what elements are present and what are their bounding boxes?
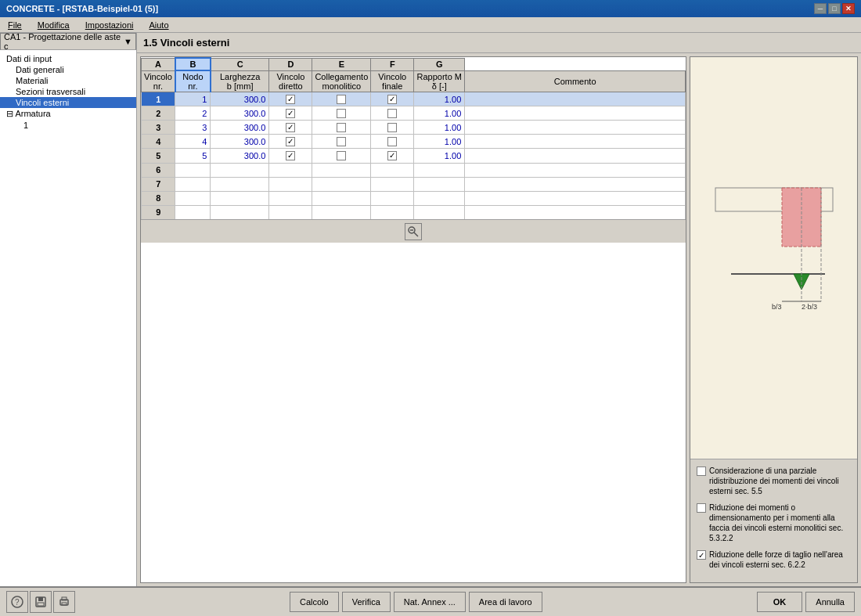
verifica-button[interactable]: Verifica [342, 592, 391, 612]
menu-aiuto[interactable]: Aiuto [144, 20, 173, 31]
content-header: 1.5 Vincoli esterni [137, 33, 861, 53]
table-cell-collegamento[interactable] [312, 106, 371, 121]
options-area: Considerazione di una parziale ridistrib… [690, 459, 857, 582]
table-cell-vincolo-fin[interactable] [371, 135, 414, 149]
print-button[interactable] [53, 591, 75, 613]
table-cell-collegamento[interactable] [312, 135, 371, 149]
sidebar: CA1 - Progettazione delle aste c ▼ Dati … [0, 33, 137, 586]
table-cell-nodo[interactable]: 5 [175, 149, 211, 163]
table-cell-vincolo-dir[interactable] [269, 92, 312, 106]
table-cell-vincolo-dir[interactable] [269, 121, 312, 135]
ok-button[interactable]: OK [757, 592, 803, 612]
col-header-A: A [142, 58, 175, 70]
option3-checkbox[interactable] [697, 550, 706, 560]
col-vincolo-diretto: Vincolodiretto [269, 70, 312, 92]
sidebar-item-sezioni[interactable]: Sezioni trasversali [0, 86, 136, 97]
table-cell-commento[interactable] [465, 106, 686, 121]
title-bar: CONCRETE - [RSTAB-Beispiel-01 (5)] ─ □ ✕ [0, 0, 861, 17]
table-row[interactable]: 1 [142, 92, 175, 106]
option1-label: Considerazione di una parziale ridistrib… [709, 466, 851, 496]
table-cell-commento[interactable] [465, 92, 686, 106]
support-diagram: b/3 2·b/3 [700, 172, 848, 344]
table-cell-larghezza[interactable]: 300.0 [211, 106, 269, 121]
menu-file[interactable]: File [3, 20, 27, 31]
table-cell-vincolo-fin[interactable] [371, 92, 414, 106]
table-cell-rapporto[interactable]: 1.00 [414, 121, 465, 135]
option-row-1: Considerazione di una parziale ridistrib… [697, 466, 851, 496]
menu-impostazioni[interactable]: Impostazioni [81, 20, 139, 31]
tree-group-armatura-label: Armatura [15, 109, 50, 118]
table-cell-rapporto[interactable]: 1.00 [414, 106, 465, 121]
sidebar-item-label: Dati generali [16, 65, 64, 74]
table-cell-vincolo-dir[interactable] [269, 106, 312, 121]
sidebar-item-armatura-1[interactable]: 1 [0, 120, 136, 131]
table-cell-commento[interactable] [465, 121, 686, 135]
project-dropdown-label: CA1 - Progettazione delle aste c [4, 32, 124, 51]
help-button[interactable]: ? [6, 591, 28, 613]
table-cell-commento[interactable] [465, 135, 686, 149]
svg-line-1 [414, 232, 418, 236]
maximize-button[interactable]: □ [828, 3, 841, 14]
content-body: A B C D E F G Vincolonr. [137, 53, 861, 586]
menu-modifica[interactable]: Modifica [33, 20, 74, 31]
annulla-button[interactable]: Annulla [805, 592, 855, 612]
sidebar-item-vincoli[interactable]: Vincoli esterni [0, 97, 136, 108]
table-cell-vincolo-fin[interactable] [371, 149, 414, 163]
section-title: 1.5 Vincoli esterni [143, 37, 229, 49]
data-table: A B C D E F G Vincolonr. [141, 57, 686, 219]
table-cell-collegamento[interactable] [312, 92, 371, 106]
table-cell-vincolo-fin[interactable] [371, 121, 414, 135]
table-cell-rapporto[interactable]: 1.00 [414, 149, 465, 163]
calcolo-button[interactable]: Calcolo [290, 592, 339, 612]
col-header-F: F [371, 58, 414, 70]
col-header-D: D [269, 58, 312, 70]
table-cell-rapporto[interactable]: 1.00 [414, 135, 465, 149]
col-vincolo-nr: Vincolonr. [142, 70, 175, 92]
table-cell-collegamento[interactable] [312, 121, 371, 135]
tree-group-dati: Dati di input [0, 53, 136, 64]
col-header-B-vincolo: B [175, 58, 211, 70]
table-cell-vincolo-fin[interactable] [371, 106, 414, 121]
col-collegamento: Collegamentomonolitico [312, 70, 371, 92]
svg-rect-18 [38, 603, 44, 606]
option2-checkbox[interactable] [697, 503, 706, 513]
sidebar-item-label: 1 [23, 121, 28, 130]
table-row[interactable]: 3 [142, 121, 175, 135]
table-cell-vincolo-dir[interactable] [269, 135, 312, 149]
option1-checkbox[interactable] [697, 467, 706, 476]
table-cell-larghezza[interactable]: 300.0 [211, 135, 269, 149]
minimize-button[interactable]: ─ [814, 3, 827, 14]
table-row-empty: 6 [142, 163, 175, 177]
table-action-button[interactable] [405, 223, 422, 240]
sidebar-tree: Dati di input Dati generali Materiali Se… [0, 50, 136, 586]
table-cell-nodo[interactable]: 2 [175, 106, 211, 121]
table-row[interactable]: 5 [142, 149, 175, 163]
col-header-C: C [211, 58, 269, 70]
table-cell-rapporto[interactable]: 1.00 [414, 92, 465, 106]
save-button[interactable] [30, 591, 52, 613]
col-larghezza: Larghezzab [mm] [211, 70, 269, 92]
col-commento: Commento [465, 70, 686, 92]
table-cell-larghezza[interactable]: 300.0 [211, 92, 269, 106]
svg-text:b/3: b/3 [772, 303, 782, 311]
table-cell-larghezza[interactable]: 300.0 [211, 149, 269, 163]
bottom-toolbar: ? Calcolo Verifica Nat. Annex ... Area d… [0, 586, 861, 616]
table-row[interactable]: 4 [142, 135, 175, 149]
table-cell-larghezza[interactable]: 300.0 [211, 121, 269, 135]
table-row[interactable]: 2 [142, 106, 175, 121]
table-cell-commento[interactable] [465, 149, 686, 163]
sidebar-item-label: Vincoli esterni [16, 98, 69, 107]
sidebar-item-materiali[interactable]: Materiali [0, 75, 136, 86]
table-cell-vincolo-dir[interactable] [269, 149, 312, 163]
col-vincolo-finale: Vincolofinale [371, 70, 414, 92]
nat-annex-button[interactable]: Nat. Annex ... [394, 592, 466, 612]
table-cell-collegamento[interactable] [312, 149, 371, 163]
table-row-empty: 8 [142, 191, 175, 205]
close-button[interactable]: ✕ [842, 3, 855, 14]
area-lavoro-button[interactable]: Area di lavoro [469, 592, 542, 612]
table-cell-nodo[interactable]: 3 [175, 121, 211, 135]
sidebar-item-dati-generali[interactable]: Dati generali [0, 64, 136, 75]
project-dropdown[interactable]: CA1 - Progettazione delle aste c ▼ [0, 33, 136, 50]
table-cell-nodo[interactable]: 1 [175, 92, 211, 106]
table-cell-nodo[interactable]: 4 [175, 135, 211, 149]
